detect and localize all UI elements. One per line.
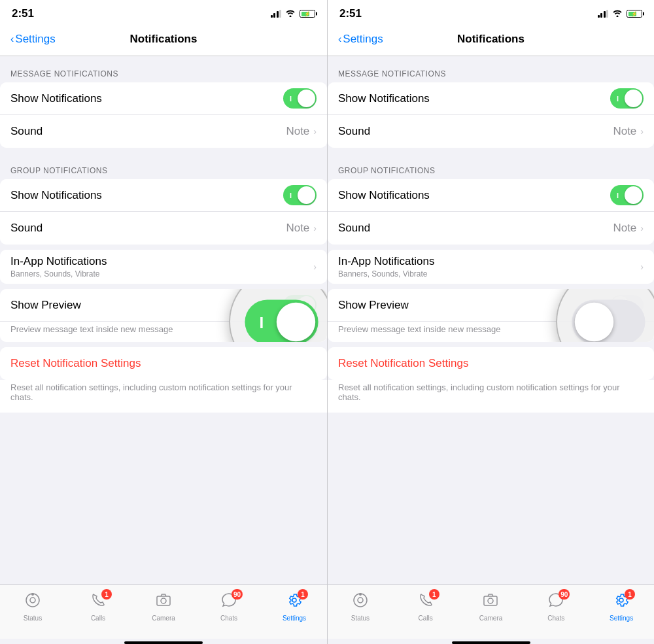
inapp-group-right: In-App Notifications Banners, Sounds, Vi… xyxy=(328,250,654,284)
nav-title-left: Notifications xyxy=(10,33,317,46)
inapp-multiline-left: In-App Notifications Banners, Sounds, Vi… xyxy=(10,250,313,284)
tab-settings-label-left: Settings xyxy=(283,615,306,622)
divider3-left xyxy=(0,284,327,289)
tab-settings-label-right: Settings xyxy=(610,615,633,622)
chats-badge-right: 90 xyxy=(559,589,570,600)
calls-tab-icon-right: 1 xyxy=(417,592,434,613)
svg-point-6 xyxy=(358,598,363,603)
grp-sound-chevron-right: › xyxy=(640,223,644,233)
msg-sound-row-left[interactable]: Sound Note › xyxy=(0,115,327,148)
right-panel: 2:51 ⚡ ‹ Settings Notifications xyxy=(327,0,654,644)
status-time-right: 2:51 xyxy=(339,7,362,20)
msg-sound-value-right: Note xyxy=(613,125,636,138)
signal-icon-left xyxy=(271,10,282,18)
reset-description-right: Reset all notification settings, includi… xyxy=(328,380,654,413)
grp-sound-value-right: Note xyxy=(613,222,636,235)
grp-notifications-group-right: Show Notifications I Sound Note › xyxy=(328,179,654,245)
msg-sound-label-right: Sound xyxy=(338,125,613,138)
tab-camera-left[interactable]: Camera xyxy=(131,592,196,622)
tab-chats-right[interactable]: 90 Chats xyxy=(523,592,589,622)
magnifier-left: I xyxy=(229,289,327,342)
settings-tab-icon-left: 1 xyxy=(286,592,303,613)
status-tab-icon-right xyxy=(352,592,369,613)
tab-calls-right[interactable]: 1 Calls xyxy=(393,592,458,622)
tab-settings-left[interactable]: 1 Settings xyxy=(262,592,327,622)
status-bar-left: 2:51 ⚡ xyxy=(0,0,327,25)
battery-icon-left: ⚡ xyxy=(300,10,315,18)
grp-toggle-thumb-left xyxy=(298,186,315,204)
divider2-left xyxy=(0,245,327,250)
msg-notifications-toggle-right[interactable]: I xyxy=(610,88,644,109)
calls-badge-right: 1 xyxy=(429,589,439,600)
inapp-subtitle-right: Banners, Sounds, Vibrate xyxy=(338,269,640,279)
inapp-multiline-right: In-App Notifications Banners, Sounds, Vi… xyxy=(338,250,640,284)
msg-sound-chevron-right: › xyxy=(640,126,644,137)
magnified-toggle-right xyxy=(572,299,645,342)
tab-status-label-left: Status xyxy=(24,615,42,622)
status-icons-right: ⚡ xyxy=(598,9,643,19)
grp-notifications-group-left: Show Notifications I Sound Note › xyxy=(0,179,327,245)
tab-settings-right[interactable]: 1 Settings xyxy=(589,592,654,622)
calls-badge-left: 1 xyxy=(101,589,112,600)
svg-point-7 xyxy=(359,593,362,596)
inapp-group-left: In-App Notifications Banners, Sounds, Vi… xyxy=(0,250,327,284)
magnified-toggle-left: I xyxy=(245,299,318,342)
camera-tab-icon-right xyxy=(482,592,499,613)
tab-camera-right[interactable]: Camera xyxy=(458,592,524,622)
tab-chats-left[interactable]: 90 Chats xyxy=(196,592,262,622)
chats-badge-left: 90 xyxy=(232,589,243,600)
grp-sound-label-left: Sound xyxy=(10,222,286,235)
tab-status-right[interactable]: Status xyxy=(328,592,393,622)
reset-row-left[interactable]: Reset Notification Settings xyxy=(0,347,327,380)
tab-calls-left[interactable]: 1 Calls xyxy=(65,592,131,622)
tab-camera-label-right: Camera xyxy=(479,615,503,622)
msg-sound-chevron-left: › xyxy=(313,126,317,137)
msg-section-header-right: MESSAGE NOTIFICATIONS xyxy=(328,56,654,82)
grp-sound-row-left[interactable]: Sound Note › xyxy=(0,212,327,245)
msg-show-notifications-row-left: Show Notifications I xyxy=(0,82,327,115)
inapp-row-left[interactable]: In-App Notifications Banners, Sounds, Vi… xyxy=(0,250,327,284)
toggle-thumb-right xyxy=(625,90,642,107)
grp-sound-row-right[interactable]: Sound Note › xyxy=(328,212,654,245)
grp-sound-label-right: Sound xyxy=(338,222,613,235)
grp-notifications-toggle-left[interactable]: I xyxy=(283,185,317,205)
camera-tab-icon-left xyxy=(155,592,172,613)
calls-tab-icon-left: 1 xyxy=(90,592,107,613)
grp-section-header-right: GROUP NOTIFICATIONS xyxy=(328,153,654,179)
grp-show-notifications-label-left: Show Notifications xyxy=(10,189,283,202)
grp-show-notifications-label-right: Show Notifications xyxy=(338,189,610,202)
nav-bar-left: ‹ Settings Notifications xyxy=(0,25,327,56)
reset-group-left: Reset Notification Settings xyxy=(0,347,327,380)
divider4-right xyxy=(328,342,654,347)
msg-show-notifications-label-left: Show Notifications xyxy=(10,92,283,105)
grp-sound-value-left: Note xyxy=(286,222,309,235)
home-indicator-right xyxy=(452,641,530,644)
grp-notifications-toggle-right[interactable]: I xyxy=(610,185,644,205)
battery-bolt-left: ⚡ xyxy=(304,11,311,17)
msg-notifications-toggle-left[interactable]: I xyxy=(283,88,317,109)
status-bar-right: 2:51 ⚡ xyxy=(328,0,654,25)
wifi-icon-left xyxy=(285,9,296,19)
inapp-label-right: In-App Notifications xyxy=(338,255,640,268)
status-time-left: 2:51 xyxy=(12,7,34,20)
msg-show-notifications-row-right: Show Notifications I xyxy=(328,82,654,115)
divider2-right xyxy=(328,245,654,250)
msg-sound-label-left: Sound xyxy=(10,125,286,138)
divider1-left xyxy=(0,148,327,153)
settings-tab-icon-right: 1 xyxy=(613,592,630,613)
svg-rect-3 xyxy=(157,596,170,605)
inapp-label-left: In-App Notifications xyxy=(10,255,313,268)
msg-sound-row-right[interactable]: Sound Note › xyxy=(328,115,654,148)
settings-badge-right: 1 xyxy=(625,589,635,600)
reset-row-right[interactable]: Reset Notification Settings xyxy=(328,347,654,380)
inapp-row-right[interactable]: In-App Notifications Banners, Sounds, Vi… xyxy=(328,250,654,284)
svg-rect-8 xyxy=(484,596,497,605)
grp-show-notifications-row-right: Show Notifications I xyxy=(328,179,654,212)
grp-toggle-thumb-right xyxy=(625,186,642,204)
wifi-icon-right xyxy=(612,9,623,19)
tab-calls-label-left: Calls xyxy=(91,615,105,622)
status-tab-icon-left xyxy=(24,592,41,613)
content-right: MESSAGE NOTIFICATIONS Show Notifications… xyxy=(328,56,654,585)
tab-status-left[interactable]: Status xyxy=(0,592,65,622)
settings-badge-left: 1 xyxy=(298,589,308,600)
